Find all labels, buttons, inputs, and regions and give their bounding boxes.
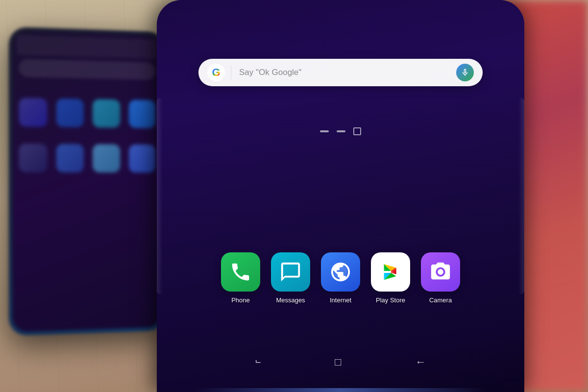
microphone-icon[interactable]: [456, 64, 474, 81]
messages-icon[interactable]: [271, 252, 310, 292]
app-phone[interactable]: Phone: [221, 252, 260, 304]
phone-label: Phone: [231, 296, 250, 304]
search-divider: [231, 66, 231, 79]
edge-right-glow: [518, 98, 524, 294]
status-dot-1: [320, 130, 329, 132]
main-phone-screen: G Say "Ok Google": [157, 0, 524, 392]
internet-icon[interactable]: [321, 252, 360, 292]
background-phone: [9, 27, 165, 336]
internet-label: Internet: [330, 296, 351, 304]
main-phone: G Say "Ok Google": [157, 0, 524, 392]
messages-label: Messages: [276, 296, 305, 304]
search-placeholder: Say "Ok Google": [239, 68, 456, 77]
edge-left-glow: [157, 98, 163, 294]
camera-icon[interactable]: [421, 252, 460, 292]
google-g-letter: G: [212, 66, 220, 79]
playstore-label: Play Store: [376, 296, 405, 304]
app-internet[interactable]: Internet: [321, 252, 360, 304]
status-indicators: [320, 127, 361, 135]
app-playstore[interactable]: Play Store: [371, 252, 410, 304]
app-messages[interactable]: Messages: [271, 252, 310, 304]
status-home-indicator: [353, 127, 361, 135]
background-phone-screen: [13, 31, 161, 332]
app-dock: Phone Messages: [221, 252, 460, 304]
home-button[interactable]: □: [331, 352, 345, 372]
status-dot-2: [337, 130, 345, 132]
app-camera[interactable]: Camera: [421, 252, 460, 304]
phone-icon[interactable]: [221, 252, 260, 292]
recents-button[interactable]: ⌐: [251, 353, 265, 372]
google-logo: G: [207, 64, 225, 81]
navigation-bar: ⌐ □ ←: [218, 352, 463, 372]
back-button[interactable]: ←: [411, 352, 430, 372]
camera-label: Camera: [429, 296, 452, 304]
google-search-bar[interactable]: G Say "Ok Google": [198, 59, 483, 86]
playstore-icon[interactable]: [371, 252, 410, 292]
